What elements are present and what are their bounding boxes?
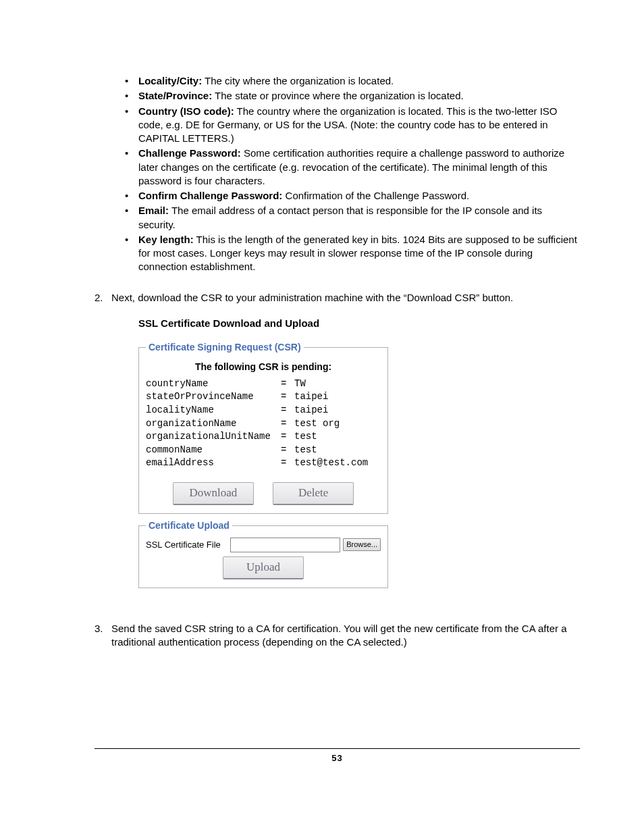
- list-item: Confirm Challenge Password: Confirmation…: [125, 189, 580, 203]
- csr-legend: Certificate Signing Request (CSR): [146, 341, 304, 354]
- delete-button[interactable]: Delete: [273, 482, 354, 505]
- browse-button[interactable]: Browse...: [343, 538, 381, 551]
- list-item: State/Province: The state or province wh…: [125, 89, 580, 103]
- field-label: Confirm Challenge Password:: [138, 190, 282, 201]
- list-item: Email: The email address of a contact pe…: [125, 204, 580, 232]
- csr-row: organizationalUnitName=test: [146, 430, 381, 444]
- field-label: Email:: [138, 205, 169, 216]
- list-item: Country (ISO code): The country where th…: [125, 105, 580, 146]
- field-definitions-list: Locality/City: The city where the organi…: [95, 74, 580, 274]
- field-label: Country (ISO code):: [138, 105, 234, 117]
- field-desc: The city where the organization is locat…: [202, 75, 394, 86]
- ssl-file-input[interactable]: [230, 538, 340, 552]
- download-button[interactable]: Download: [173, 482, 254, 505]
- field-label: Challenge Password:: [138, 147, 241, 159]
- step-text: Send the saved CSR string to a CA for ce…: [111, 623, 567, 648]
- step-3: 3. Send the saved CSR string to a CA for…: [95, 622, 580, 650]
- csr-row: countryName=TW: [146, 377, 381, 391]
- upload-legend: Certificate Upload: [146, 519, 232, 532]
- field-desc: The state or province where the organiza…: [212, 90, 463, 101]
- csr-row: organizationName=test org: [146, 417, 381, 431]
- csr-row: stateOrProvinceName=taipei: [146, 390, 381, 404]
- list-item: Challenge Password: Some certification a…: [125, 147, 580, 188]
- list-item: Key length: This is the length of the ge…: [125, 233, 580, 274]
- field-desc: This is the length of the generated key …: [138, 234, 577, 273]
- list-item: Locality/City: The city where the organi…: [125, 74, 580, 88]
- step-number: 3.: [95, 622, 103, 635]
- csr-row: localityName=taipei: [146, 404, 381, 417]
- csr-row: emailAddress=test@test.com: [146, 457, 381, 470]
- field-label: State/Province:: [138, 90, 212, 101]
- step-2: 2. Next, download the CSR to your admini…: [95, 291, 580, 588]
- field-desc: Confirmation of the Challenge Password.: [282, 190, 469, 201]
- page-number: 53: [95, 748, 580, 763]
- csr-pending-title: The following CSR is pending:: [146, 361, 381, 373]
- step-number: 2.: [95, 291, 103, 305]
- field-label: Locality/City:: [138, 75, 202, 86]
- csr-row: commonName=test: [146, 444, 381, 457]
- upload-button[interactable]: Upload: [223, 556, 304, 579]
- ssl-file-label: SSL Certificate File: [146, 539, 230, 551]
- csr-fieldset: Certificate Signing Request (CSR) The fo…: [138, 341, 388, 514]
- step-text: Next, download the CSR to your administr…: [111, 292, 513, 303]
- field-label: Key length:: [138, 234, 194, 245]
- upload-fieldset: Certificate Upload SSL Certificate File …: [138, 519, 388, 588]
- field-desc: The email address of a contact person th…: [138, 205, 542, 230]
- section-title: SSL Certificate Download and Upload: [138, 317, 580, 330]
